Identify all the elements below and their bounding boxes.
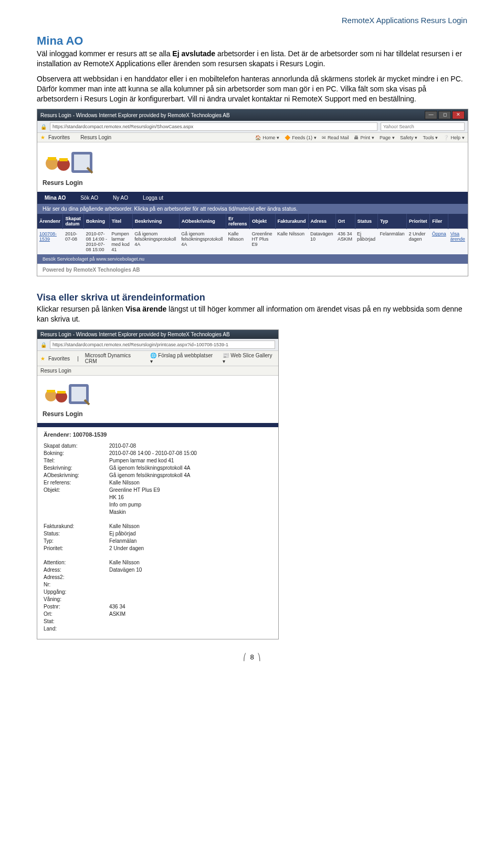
maximize-button[interactable]: ◻ xyxy=(438,111,451,119)
search-input[interactable]: Yahoo! Search xyxy=(381,122,465,131)
table-row[interactable]: 100708-1539 2010-07-08 2010-07-08 14:00 … xyxy=(37,229,468,255)
heading-mina-ao: Mina AO xyxy=(37,34,467,48)
menu-page[interactable]: Page ▾ xyxy=(380,135,395,140)
page-number: ⎛8⎞ xyxy=(37,653,467,662)
minimize-button[interactable]: — xyxy=(425,111,437,119)
nav-mina-ao[interactable]: Mina AO xyxy=(45,195,66,201)
app-label: Resurs Login xyxy=(37,409,278,423)
powered-by: Powered by RemoteX Technologies AB xyxy=(37,264,468,276)
detail-key: Adress: xyxy=(44,567,104,573)
nav-logga-ut[interactable]: Logga ut xyxy=(143,195,163,201)
screenshot-mina-ao: Resurs Login - Windows Internet Explorer… xyxy=(37,109,468,276)
window-titlebar: Resurs Login - Windows Internet Explorer… xyxy=(37,330,278,339)
favbar-link[interactable]: 🌐 Förslag på webbplatser ▾ xyxy=(150,353,215,364)
footer-link[interactable]: Besök Servicebolaget på www.servicebolag… xyxy=(37,254,468,264)
detail-value xyxy=(109,574,272,580)
chevron-down-icon: ▾ xyxy=(435,135,438,140)
detail-key: Stat: xyxy=(44,618,104,624)
detail-value: Kalle Nilsson xyxy=(109,480,272,485)
detail-key: Prioritet: xyxy=(44,545,104,551)
lock-icon: 🔒 xyxy=(40,342,47,348)
detail-value xyxy=(109,582,272,587)
detail-key: Typ: xyxy=(44,538,104,544)
detail-key xyxy=(44,494,104,500)
detail-value: ASKIM xyxy=(109,611,272,617)
chevron-down-icon: ▾ xyxy=(392,135,395,140)
menu-help[interactable]: ❔ Help ▾ xyxy=(443,135,465,140)
menu-tools[interactable]: Tools ▾ xyxy=(423,135,438,140)
address-bar: 🔒 https://standardcompact.remotex.net/Re… xyxy=(37,339,278,351)
window-title: Resurs Login - Windows Internet Explorer… xyxy=(40,112,230,118)
detail-value: 2010-07-08 xyxy=(109,443,272,449)
detail-key: AObeskrivning: xyxy=(44,472,104,478)
detail-value: Greenline HT Plus E9 xyxy=(109,487,272,493)
case-number-label: Ärendenr: 100708-1539 xyxy=(37,427,278,439)
favbar-link[interactable]: 📰 Web Slice Gallery ▾ xyxy=(223,353,275,364)
detail-key: Postnr: xyxy=(44,604,104,609)
favorites-icon[interactable]: ★ xyxy=(40,356,45,361)
favorites-icon[interactable]: ★ xyxy=(40,135,45,140)
address-input[interactable]: https://standardcompact.remotex.net/Resu… xyxy=(50,122,377,131)
chevron-down-icon: ▾ xyxy=(462,135,465,140)
favorites-label: Favorites xyxy=(48,135,70,140)
detail-value xyxy=(109,626,272,632)
detail-key: Er referens: xyxy=(44,480,104,485)
detail-value: Datavägen 10 xyxy=(109,567,272,573)
detail-key xyxy=(44,509,104,515)
close-button[interactable]: ✕ xyxy=(452,111,465,119)
address-bar: 🔒 https://standardcompact.remotex.net/Re… xyxy=(37,121,468,133)
chevron-down-icon: ▾ xyxy=(415,135,417,140)
para-1: Väl inloggad kommer er resurs att se all… xyxy=(37,49,467,69)
detail-key: Beskrivning: xyxy=(44,465,104,471)
cell-arendenr[interactable]: 100708-1539 xyxy=(37,229,63,255)
svg-rect-9 xyxy=(57,391,66,394)
app-label: Resurs Login xyxy=(37,178,468,192)
running-header: RemoteX Applications Resurs Login xyxy=(37,16,467,25)
detail-key: Bokning: xyxy=(44,450,104,456)
para-3: Klickar resursen på länken Visa ärende l… xyxy=(37,304,467,324)
svg-rect-1 xyxy=(48,157,56,160)
tab-resurs-login[interactable]: Resurs Login xyxy=(40,368,71,374)
detail-value: 2010-07-08 14:00 - 2010-07-08 15:00 xyxy=(109,450,272,456)
detail-value: Maskin xyxy=(109,509,272,515)
detail-value xyxy=(109,618,272,624)
detail-value xyxy=(109,589,272,595)
menu-home[interactable]: 🏠 Home ▾ xyxy=(255,135,279,140)
menu-feeds[interactable]: 🔶 Feeds (1) ▾ xyxy=(285,135,317,140)
menu-safety[interactable]: Safety ▾ xyxy=(400,135,418,140)
link-oppna[interactable]: Öppna xyxy=(430,229,448,255)
detail-value: Ej påbörjad xyxy=(109,531,272,536)
detail-value: Info om pump xyxy=(109,502,272,508)
address-input[interactable]: https://standardcompact.remotex.net/Resu… xyxy=(50,340,275,349)
app-logo-area xyxy=(37,142,468,178)
detail-key: Adress2: xyxy=(44,574,104,580)
favorites-bar: ★ Favorites Resurs Login 🏠 Home ▾ 🔶 Feed… xyxy=(37,133,468,142)
detail-value: Kalle Nilsson xyxy=(109,523,272,529)
chevron-down-icon: ▾ xyxy=(314,135,317,140)
window-title: Resurs Login - Windows Internet Explorer… xyxy=(40,332,230,337)
nav-ny-ao[interactable]: Ny AO xyxy=(113,195,128,201)
detail-key: Land: xyxy=(44,626,104,632)
app-logo-area xyxy=(37,376,278,409)
detail-key: Ort: xyxy=(44,611,104,617)
chevron-down-icon: ▾ xyxy=(372,135,374,140)
favorites-label: Favorites xyxy=(48,356,70,361)
svg-rect-11 xyxy=(71,387,86,401)
chevron-down-icon: ▾ xyxy=(277,135,279,140)
favbar-link[interactable]: Microsoft Dynamics CRM xyxy=(85,353,143,364)
menu-print[interactable]: 🖶 Print ▾ xyxy=(354,135,374,140)
detail-key: Attention: xyxy=(44,560,104,565)
nav-sok-ao[interactable]: Sök AO xyxy=(80,195,98,201)
app-logo-icon xyxy=(43,148,106,174)
detail-value: HK 16 xyxy=(109,494,272,500)
screenshot-visa-arende: Resurs Login - Windows Internet Explorer… xyxy=(37,329,279,639)
table-header-row: Ärendenr Skapat datum Bokning Titel Besk… xyxy=(37,214,468,229)
svg-rect-3 xyxy=(59,158,68,161)
detail-value: 436 34 xyxy=(109,604,272,609)
tab-resurs-login[interactable]: Resurs Login xyxy=(80,135,111,140)
link-visa-arende[interactable]: Visa ärende xyxy=(448,229,468,255)
detail-key: Status: xyxy=(44,531,104,536)
detail-key xyxy=(44,502,104,508)
tab-bar: Resurs Login xyxy=(37,366,278,376)
menu-readmail[interactable]: ✉ Read Mail xyxy=(322,135,349,140)
